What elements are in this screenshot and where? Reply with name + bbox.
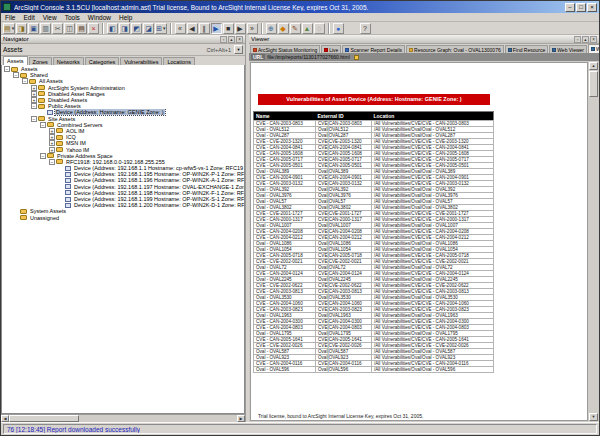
minus-expander-icon[interactable]: − (4, 66, 10, 72)
close-button[interactable]: × (587, 3, 597, 12)
paste-button[interactable]: ▤ (76, 23, 87, 34)
pause-button[interactable]: ∥ (199, 23, 210, 34)
tree-item-label: ArcSight System Administration (47, 85, 126, 91)
dropdown-arrow-icon[interactable]: ▾ (163, 25, 166, 31)
print-button[interactable]: ▥ (40, 23, 51, 34)
cut-button[interactable]: ✂ (52, 23, 63, 34)
resource-selector[interactable]: Assets Ctrl+Alt+1 ▼ (1, 44, 245, 56)
titlebar[interactable]: ArcSight Console 3.1.5CU [localhost:admi… (1, 1, 599, 13)
tab-locations[interactable]: Locations (163, 57, 195, 65)
url-value[interactable]: file:/tmp/reports/1130177027660.html (267, 54, 349, 60)
viewer-vscrollbar[interactable]: ▲ ▼ (589, 62, 598, 421)
scroll-up-icon[interactable]: ▲ (589, 62, 598, 70)
find-button[interactable]: ⊕ (266, 23, 277, 34)
minus-expander-icon[interactable]: − (22, 78, 28, 84)
viewer-tab-find-resource[interactable]: Find Resource (505, 45, 549, 53)
tree-item-label: Disabled Assets (47, 97, 88, 103)
clear-button[interactable]: ◌ (314, 23, 325, 34)
viewer-tab-arcsight-status-monitoring[interactable]: ArcSight Status Monitoring (250, 45, 320, 53)
copy-button[interactable]: ◫ (64, 23, 75, 34)
delete-button[interactable]: × (88, 23, 99, 34)
close-panel-icon[interactable]: × (590, 36, 597, 43)
menu-edit[interactable]: Edit (23, 14, 34, 21)
hscroll-track[interactable] (79, 415, 237, 422)
scroll-down-icon[interactable]: ▼ (589, 413, 598, 421)
tab-assets[interactable]: Assets (3, 56, 28, 65)
folder-icon (56, 159, 63, 164)
menu-view[interactable]: View (43, 14, 57, 21)
hscroll-thumb[interactable] (9, 415, 79, 422)
float-icon[interactable]: ▫ (574, 36, 581, 43)
step-forward-button[interactable]: ▶ (235, 23, 246, 34)
minus-expander-icon[interactable]: − (49, 159, 55, 165)
plus-expander-icon[interactable]: + (49, 128, 55, 134)
tab-vulnerabilities[interactable]: Vulnerabilities (120, 57, 162, 65)
stop-button[interactable]: ■ (223, 23, 234, 34)
save-button[interactable]: ▣ (28, 23, 39, 34)
viewer-tab-live[interactable]: Live (321, 45, 341, 53)
maximize-button[interactable]: □ (576, 3, 586, 12)
menu-help[interactable]: Help (119, 14, 132, 21)
viewer-tab-resource-graph-oval-oval1300076[interactable]: Resource Graph: Oval - OVAL1300076 (406, 45, 504, 53)
plus-expander-icon[interactable]: + (31, 85, 37, 91)
pane-layout-4-button[interactable]: ◪ (143, 23, 154, 34)
toolbar-separator (102, 23, 104, 34)
minimize-panel-icon[interactable]: ▴ (582, 36, 589, 43)
graph-button[interactable]: ▲ (302, 23, 313, 34)
minus-expander-icon[interactable]: − (13, 72, 19, 78)
viewer-tab-scanner-report-details[interactable]: Scanner Report Details (342, 45, 405, 53)
menu-window[interactable]: Window (88, 14, 111, 21)
minus-expander-icon[interactable]: − (40, 122, 46, 128)
bookmark-icon[interactable] (354, 55, 359, 60)
vulnerabilities-table: NameExternal IDLocation CVE - CAN-2003-0… (253, 111, 494, 373)
device-icon (65, 203, 71, 208)
folder-icon (38, 116, 45, 121)
jump-first-button[interactable]: « (175, 23, 186, 34)
plus-expander-icon[interactable]: + (49, 134, 55, 140)
menu-tools[interactable]: Tools (65, 14, 80, 21)
table-row: CVE - CVE-2001-1727CVE|CVE-2001-1727/All… (254, 211, 494, 217)
new-resource-button[interactable]: ▤▾ (3, 23, 15, 34)
find-resource-icon (508, 48, 512, 52)
annotate-button[interactable]: ✎ (290, 23, 301, 34)
help-button[interactable]: ? (360, 23, 371, 34)
vscroll-thumb[interactable] (589, 71, 598, 97)
dropdown-arrow-icon[interactable]: ▾ (12, 25, 15, 31)
chat-button[interactable]: ● (333, 23, 344, 34)
minus-expander-icon[interactable]: − (40, 153, 46, 159)
pane-layout-1-button[interactable]: ◧ (107, 23, 118, 34)
step-back-button[interactable]: ◀ (187, 23, 198, 34)
notifications-button[interactable]: ◆ (278, 23, 289, 34)
close-panel-icon[interactable]: × (236, 36, 243, 43)
scroll-left-icon[interactable]: ◀ (1, 415, 9, 422)
pane-layout-2-button[interactable]: ◨ (119, 23, 130, 34)
minus-expander-icon[interactable]: − (31, 116, 37, 122)
open-button[interactable]: ◨ (16, 23, 27, 34)
plus-expander-icon[interactable]: + (31, 97, 37, 103)
minus-expander-icon[interactable]: − (31, 103, 37, 109)
plus-expander-icon[interactable]: + (31, 91, 37, 97)
plus-expander-icon[interactable]: + (49, 140, 55, 146)
scroll-right-icon[interactable]: ▶ (237, 415, 245, 422)
jump-last-button[interactable]: » (247, 23, 258, 34)
clear-icon: ◌ (317, 24, 321, 33)
plus-expander-icon[interactable]: + (49, 147, 55, 153)
chevron-down-icon[interactable]: ▼ (234, 45, 243, 54)
tab-categories[interactable]: Categories (85, 57, 120, 65)
menu-file[interactable]: File (5, 14, 15, 21)
minimize-panel-icon[interactable]: ▴ (228, 36, 235, 43)
minimize-button[interactable]: – (565, 3, 575, 12)
tab-zones[interactable]: Zones (29, 57, 52, 65)
vscroll-track[interactable] (589, 97, 598, 413)
graph-icon: ▲ (304, 24, 311, 33)
float-icon[interactable]: ▫ (220, 36, 227, 43)
pane-layout-3-button[interactable]: ◩ (131, 23, 142, 34)
tab-networks[interactable]: Networks (53, 57, 84, 65)
navigator-hscrollbar[interactable]: ◀ ▶ (1, 414, 245, 422)
viewer-tab-web-viewer[interactable]: Web Viewer (549, 45, 587, 53)
play-button[interactable]: ▶ (211, 23, 222, 34)
tree-item[interactable]: Unassigned (2, 215, 244, 221)
viewer-tab-web-viewer[interactable]: Web Viewer (588, 44, 599, 53)
annotate-icon: ✎ (292, 24, 298, 33)
pane-layout-grid-button[interactable]: ⊞▾ (155, 23, 166, 34)
